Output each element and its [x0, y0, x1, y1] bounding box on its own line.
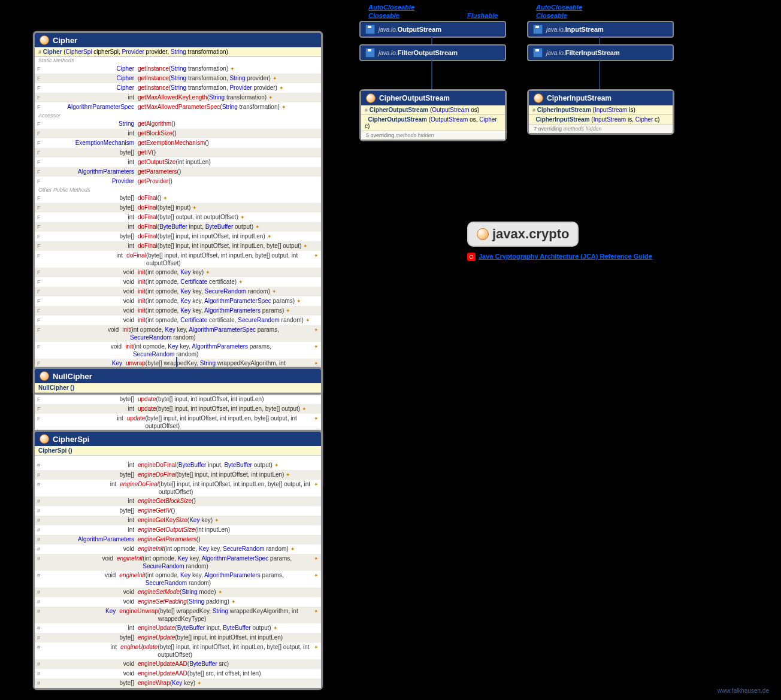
cipherspi-ctor[interactable]: CipherSpi ()	[35, 446, 321, 456]
closeable-link[interactable]: Closeable	[368, 12, 399, 19]
method-row[interactable]: Fvoidinit (int opmode, Key key, Algorith…	[35, 342, 321, 359]
method-row[interactable]: #byte[]engineUpdate (byte[] input, int i…	[35, 633, 321, 643]
method-row[interactable]: #intengineDoFinal (ByteBuffer input, Byt…	[35, 460, 321, 470]
modifier: F	[37, 288, 44, 296]
method-row[interactable]: #voidengineUpdateAAD (byte[] src, int of…	[35, 669, 321, 678]
method-row[interactable]: Fbyte[]doFinal (byte[] input)✦	[35, 203, 321, 213]
modifier: F	[37, 178, 44, 186]
method-row[interactable]: Fvoidinit (int opmode, Key key, SecureRa…	[35, 287, 321, 296]
method-row[interactable]: #voidengineInit (int opmode, Key key, Se…	[35, 544, 321, 554]
return-type: int	[44, 461, 138, 469]
nullcipher-ctor[interactable]: NullCipher ()	[35, 383, 321, 393]
filterinputstream-box[interactable]: java.io.FilterInputStream	[527, 44, 674, 61]
closeable-link-2[interactable]: Closeable	[536, 12, 567, 19]
flushable-link[interactable]: Flushable	[467, 12, 498, 19]
method-row[interactable]: FProvidergetProvider ()	[35, 177, 321, 186]
method-row[interactable]: #voidengineInit (int opmode, Key key, Al…	[35, 554, 321, 571]
method-row[interactable]: Fvoidinit (int opmode, Key key)✦	[35, 268, 321, 277]
method-name: unwrap	[126, 359, 146, 367]
cis-ctor-1[interactable]: # CipherInputStream (InputStream is)	[529, 105, 673, 115]
method-row[interactable]: FintgetMaxAllowedKeyLength (String trans…	[35, 93, 321, 102]
method-row[interactable]: #byte[]engineDoFinal (byte[] input, int …	[35, 470, 321, 480]
modifier: F	[37, 269, 44, 277]
reference-link[interactable]: Java Cryptography Architecture (JCA) Ref…	[479, 253, 652, 260]
method-row[interactable]: Fbyte[]doFinal ()✦	[35, 193, 321, 203]
method-row[interactable]: #intengineGetOutputSize (int inputLen)	[35, 525, 321, 535]
return-type: void	[43, 343, 125, 350]
method-row[interactable]: FStringgetAlgorithm ()	[35, 119, 321, 129]
method-row[interactable]: #intengineGetBlockSize ()	[35, 496, 321, 506]
method-row[interactable]: FintdoFinal (byte[] input, int inputOffs…	[35, 241, 321, 251]
method-row[interactable]: FAlgorithmParametersgetParameters ()	[35, 167, 321, 177]
modifier: F	[37, 159, 44, 166]
throws-icon: ✦	[314, 326, 319, 334]
modifier: F	[37, 140, 44, 147]
method-row[interactable]: FintgetOutputSize (int inputLen)	[35, 157, 321, 167]
method-row[interactable]: #intengineUpdate (byte[] input, int inpu…	[35, 643, 321, 659]
method-row[interactable]: FintdoFinal (byte[] input, int inputOffs…	[35, 251, 321, 268]
cipherspi-header[interactable]: CipherSpi	[35, 432, 321, 446]
method-row[interactable]: #voidengineSetPadding (String padding)✦	[35, 597, 321, 607]
method-row[interactable]: FAlgorithmParameterSpecgetMaxAllowedPara…	[35, 102, 321, 112]
method-row[interactable]: Fbyte[]update (byte[] input, int inputOf…	[35, 395, 321, 404]
method-row[interactable]: #voidengineInit (int opmode, Key key, Al…	[35, 571, 321, 587]
modifier: F	[37, 94, 44, 102]
method-name: engineInit	[138, 545, 164, 553]
autocloseable-link-2[interactable]: AutoCloseable	[536, 4, 582, 11]
method-row[interactable]: Fvoidinit (int opmode, Key key, Algorith…	[35, 325, 321, 342]
method-row[interactable]: Fintupdate (byte[] input, int inputOffse…	[35, 414, 321, 431]
method-row[interactable]: Fvoidinit (int opmode, Certificate certi…	[35, 277, 321, 287]
method-row[interactable]: FCiphergetInstance (String transformatio…	[35, 74, 321, 83]
method-row[interactable]: FCiphergetInstance (String transformatio…	[35, 83, 321, 93]
modifier: #	[37, 644, 43, 651]
method-row[interactable]: #KeyengineUnwrap (byte[] wrappedKey, Str…	[35, 607, 321, 623]
method-row[interactable]: Fintupdate (byte[] input, int inputOffse…	[35, 404, 321, 414]
modifier: F	[37, 75, 44, 83]
method-params: (byte[] input, int inputOffset, int inpu…	[158, 643, 312, 659]
modifier: F	[37, 317, 44, 325]
method-row[interactable]: Fvoidinit (int opmode, Certificate certi…	[35, 316, 321, 325]
method-name: getInstance	[138, 84, 169, 92]
method-row[interactable]: #intengineUpdate (ByteBuffer input, Byte…	[35, 623, 321, 633]
return-type: int	[44, 497, 138, 505]
method-row[interactable]: #intengineGetKeySize (Key key)✦	[35, 516, 321, 525]
method-params: (String transformation, String provider)	[169, 74, 271, 82]
method-row[interactable]: #AlgorithmParametersengineGetParameters …	[35, 535, 321, 544]
method-row[interactable]: FintgetBlockSize ()	[35, 129, 321, 138]
cos-ctor-1[interactable]: # CipherOutputStream (OutputStream os)	[361, 105, 505, 115]
return-type: int	[43, 643, 120, 651]
footer-link[interactable]: www.falkhausen.de	[718, 687, 769, 694]
method-row[interactable]: FintdoFinal (byte[] output, int outputOf…	[35, 213, 321, 222]
method-row[interactable]: #voidengineSetMode (String mode)✦	[35, 587, 321, 597]
cipheroutputstream-header[interactable]: CipherOutputStream	[361, 91, 505, 105]
filteroutputstream-box[interactable]: java.io.FilterOutputStream	[359, 44, 506, 61]
inputstream-box[interactable]: java.io.InputStream	[527, 21, 674, 38]
cis-ctor-2[interactable]: CipherInputStream (InputStream is, Ciphe…	[529, 115, 673, 125]
return-type: void	[44, 278, 138, 286]
method-row[interactable]: Fbyte[]doFinal (byte[] input, int inputO…	[35, 232, 321, 241]
method-row[interactable]: #voidengineUpdateAAD (ByteBuffer src)	[35, 659, 321, 669]
method-name: getParameters	[138, 168, 177, 175]
method-row[interactable]: Fbyte[]getIV ()	[35, 148, 321, 157]
modifier: #	[37, 555, 43, 563]
nullcipher-class-box: NullCipher NullCipher ()	[33, 367, 323, 395]
autocloseable-link[interactable]: AutoCloseable	[368, 4, 414, 11]
method-row[interactable]: FintdoFinal (ByteBuffer input, ByteBuffe…	[35, 222, 321, 232]
method-row[interactable]: Fvoidinit (int opmode, Key key, Algorith…	[35, 306, 321, 316]
method-row[interactable]: #intengineDoFinal (byte[] input, int inp…	[35, 480, 321, 496]
cos-ctor-2[interactable]: CipherOutputStream (OutputStream os, Cip…	[361, 115, 505, 131]
method-row[interactable]: Fvoidinit (int opmode, Key key, Algorith…	[35, 296, 321, 306]
method-row[interactable]: FCiphergetInstance (String transformatio…	[35, 64, 321, 74]
cipherinputstream-header[interactable]: CipherInputStream	[529, 91, 673, 105]
method-row[interactable]: #byte[]engineGetIV ()	[35, 506, 321, 516]
method-params: (byte[] input, int inputOffset, int inpu…	[156, 405, 301, 413]
throws-icon: ✦	[314, 555, 319, 563]
method-row[interactable]: #byte[]engineWrap (Key key)✦	[35, 678, 321, 688]
return-type: void	[44, 268, 138, 276]
nullcipher-header[interactable]: NullCipher	[35, 369, 321, 383]
outputstream-box[interactable]: java.io.OutputStream	[359, 21, 506, 38]
modifier: #	[37, 526, 44, 534]
cipher-constructor[interactable]: # Cipher (CipherSpi cipherSpi, Provider …	[35, 47, 321, 57]
cipher-header[interactable]: Cipher	[35, 33, 321, 47]
method-row[interactable]: FExemptionMechanismgetExemptionMechanism…	[35, 138, 321, 148]
